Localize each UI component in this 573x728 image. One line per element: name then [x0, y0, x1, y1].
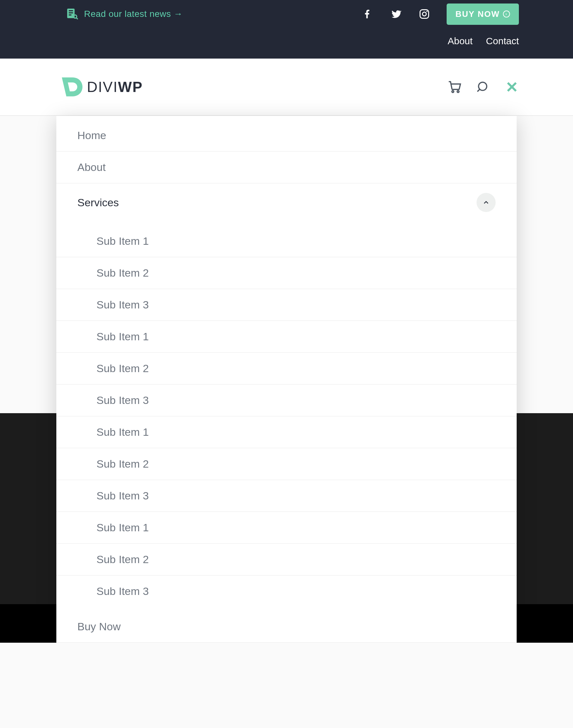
instagram-icon[interactable]	[419, 8, 430, 20]
menu-label: Home	[77, 129, 106, 142]
menu-label: Services	[77, 196, 119, 209]
news-link[interactable]: Read our latest news →	[84, 9, 183, 19]
close-menu-icon[interactable]	[505, 80, 519, 94]
menu-item-about[interactable]: About	[56, 151, 517, 183]
menu-item-home[interactable]: Home	[56, 116, 517, 151]
submenu-label: Sub Item 3	[97, 489, 149, 502]
submenu-label: Sub Item 1	[97, 426, 149, 438]
search-icon[interactable]	[476, 80, 490, 94]
submenu-label: Sub Item 1	[97, 330, 149, 343]
submenu-item[interactable]: Sub Item 3	[56, 289, 517, 320]
submenu-item[interactable]: Sub Item 3	[56, 575, 517, 607]
submenu-label: Sub Item 3	[97, 585, 149, 597]
buy-now-button[interactable]: BUY NOW ›	[447, 3, 519, 25]
logo-text: DIVIWP	[87, 78, 143, 96]
submenu-label: Sub Item 1	[97, 235, 149, 247]
svg-rect-1	[69, 10, 73, 11]
buy-now-label: BUY NOW	[456, 9, 500, 19]
menu-item-services[interactable]: Services	[56, 183, 517, 221]
facebook-icon[interactable]	[361, 8, 373, 20]
menu-item-buy-now[interactable]: Buy Now	[56, 607, 517, 643]
submenu-label: Sub Item 1	[97, 521, 149, 534]
submenu-label: Sub Item 3	[97, 299, 149, 311]
svg-line-12	[477, 89, 480, 91]
svg-rect-3	[69, 14, 71, 15]
submenu-item[interactable]: Sub Item 3	[56, 480, 517, 512]
secondary-nav: About Contact	[65, 28, 519, 59]
submenu-item[interactable]: Sub Item 1	[56, 320, 517, 352]
twitter-icon[interactable]	[390, 8, 402, 20]
submenu-label: Sub Item 2	[97, 362, 149, 375]
mobile-menu-panel: Home About Services Sub Item 1 Sub Item …	[56, 116, 517, 643]
svg-line-5	[76, 17, 78, 19]
main-header: DIVIWP	[0, 59, 573, 116]
submenu-label: Sub Item 2	[97, 458, 149, 470]
news-icon	[65, 7, 78, 21]
svg-point-10	[457, 91, 459, 93]
site-logo[interactable]: DIVIWP	[59, 74, 143, 99]
social-links	[361, 8, 430, 20]
submenu-item[interactable]: Sub Item 2	[56, 257, 517, 289]
menu-label: About	[77, 161, 106, 173]
submenu-item[interactable]: Sub Item 1	[56, 512, 517, 543]
submenu-label: Sub Item 2	[97, 267, 149, 279]
collapse-toggle[interactable]	[476, 193, 496, 212]
menu-label: Buy Now	[77, 620, 121, 633]
submenu-label: Sub Item 3	[97, 394, 149, 407]
submenu-item[interactable]: Sub Item 2	[56, 543, 517, 575]
svg-point-11	[478, 82, 487, 90]
logo-mark-icon	[59, 74, 84, 99]
submenu-item[interactable]: Sub Item 1	[56, 221, 517, 257]
svg-rect-2	[69, 12, 73, 13]
services-submenu: Sub Item 1 Sub Item 2 Sub Item 3 Sub Ite…	[56, 221, 517, 607]
topnav-about[interactable]: About	[448, 36, 472, 47]
topnav-contact[interactable]: Contact	[486, 36, 519, 47]
svg-point-7	[422, 12, 426, 16]
cart-icon[interactable]	[448, 80, 462, 94]
svg-point-8	[426, 11, 427, 12]
announcement-bar: Read our latest news → BUY NOW › About C…	[0, 0, 573, 59]
submenu-label: Sub Item 2	[97, 553, 149, 566]
submenu-item[interactable]: Sub Item 3	[56, 384, 517, 416]
submenu-item[interactable]: Sub Item 2	[56, 448, 517, 480]
arrow-circle-icon: ›	[503, 10, 510, 17]
svg-point-9	[452, 91, 454, 93]
submenu-item[interactable]: Sub Item 2	[56, 352, 517, 384]
submenu-item[interactable]: Sub Item 1	[56, 416, 517, 448]
